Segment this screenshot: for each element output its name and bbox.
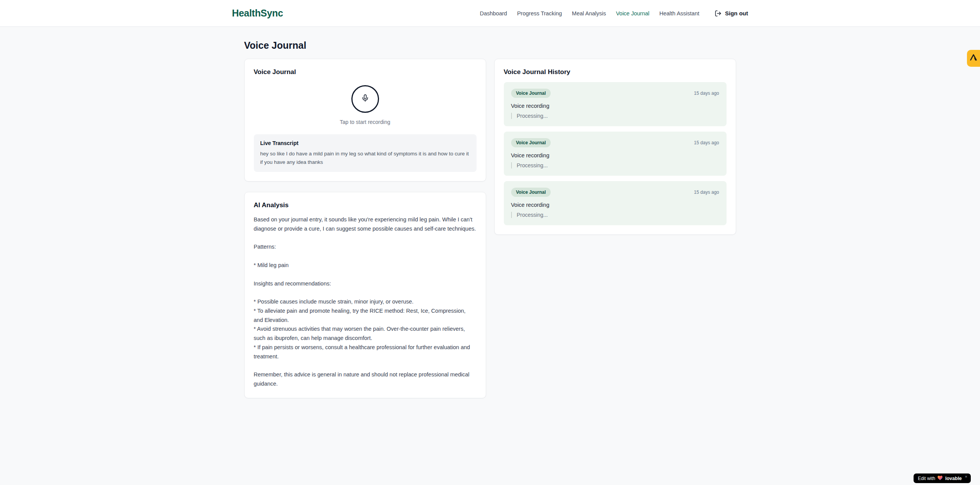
nav-item-health-assistant[interactable]: Health Assistant (659, 10, 699, 16)
lovable-side-tab[interactable] (967, 50, 980, 67)
sign-out-button[interactable]: Sign out (715, 10, 748, 17)
page-title: Voice Journal (244, 40, 736, 51)
edit-with-lovable-badge[interactable]: Edit with lovable × (914, 473, 971, 483)
entry-timestamp: 15 days ago (694, 190, 719, 195)
entry-type-badge: Voice Journal (511, 89, 551, 98)
tap-to-record-hint: Tap to start recording (340, 119, 391, 125)
top-navbar: HealthSync Dashboard Progress Tracking M… (0, 0, 980, 27)
live-transcript-text: hey so like I do have a mild pain in my … (260, 150, 470, 166)
nav-item-meal-analysis[interactable]: Meal Analysis (572, 10, 606, 16)
main-content: Voice Journal Voice Journal (244, 27, 736, 398)
ai-analysis-card: AI Analysis Based on your journal entry,… (244, 192, 486, 398)
voice-journal-history-card: Voice Journal History Voice Journal 15 d… (494, 59, 736, 235)
close-icon[interactable]: × (965, 475, 967, 479)
entry-status: Processing... (511, 113, 719, 119)
voice-journal-card: Voice Journal Tap to start recording (244, 59, 486, 181)
entry-title: Voice recording (511, 152, 719, 158)
entry-type-badge: Voice Journal (511, 188, 551, 197)
history-entry[interactable]: Voice Journal 15 days ago Voice recordin… (504, 181, 727, 225)
sign-out-label: Sign out (725, 10, 748, 16)
nav-item-progress-tracking[interactable]: Progress Tracking (517, 10, 562, 16)
history-entry[interactable]: Voice Journal 15 days ago Voice recordin… (504, 132, 727, 176)
live-transcript-box: Live Transcript hey so like I do have a … (254, 134, 477, 172)
nav-item-dashboard[interactable]: Dashboard (480, 10, 507, 16)
entry-status: Processing... (511, 162, 719, 168)
entry-title: Voice recording (511, 103, 719, 109)
entry-timestamp: 15 days ago (694, 140, 719, 145)
entry-type-badge: Voice Journal (511, 138, 551, 147)
history-entry[interactable]: Voice Journal 15 days ago Voice recordin… (504, 82, 727, 126)
lovable-logo-icon (969, 53, 978, 63)
lovable-brand-label: lovable (945, 476, 962, 481)
live-transcript-title: Live Transcript (260, 140, 470, 146)
history-card-title: Voice Journal History (504, 68, 727, 76)
nav-item-voice-journal[interactable]: Voice Journal (616, 10, 649, 16)
main-nav: Dashboard Progress Tracking Meal Analysi… (480, 10, 748, 17)
ai-analysis-body: Based on your journal entry, it sounds l… (254, 215, 477, 389)
recorder-card-title: Voice Journal (254, 68, 477, 76)
record-button[interactable] (351, 85, 379, 113)
ai-analysis-title: AI Analysis (254, 201, 477, 209)
microphone-icon (361, 94, 369, 104)
edit-with-label: Edit with (918, 476, 935, 481)
entry-title: Voice recording (511, 202, 719, 208)
lovable-heart-icon (937, 475, 943, 482)
entry-status: Processing... (511, 212, 719, 218)
app-logo[interactable]: HealthSync (232, 8, 283, 19)
entry-timestamp: 15 days ago (694, 91, 719, 96)
log-out-icon (715, 10, 722, 17)
